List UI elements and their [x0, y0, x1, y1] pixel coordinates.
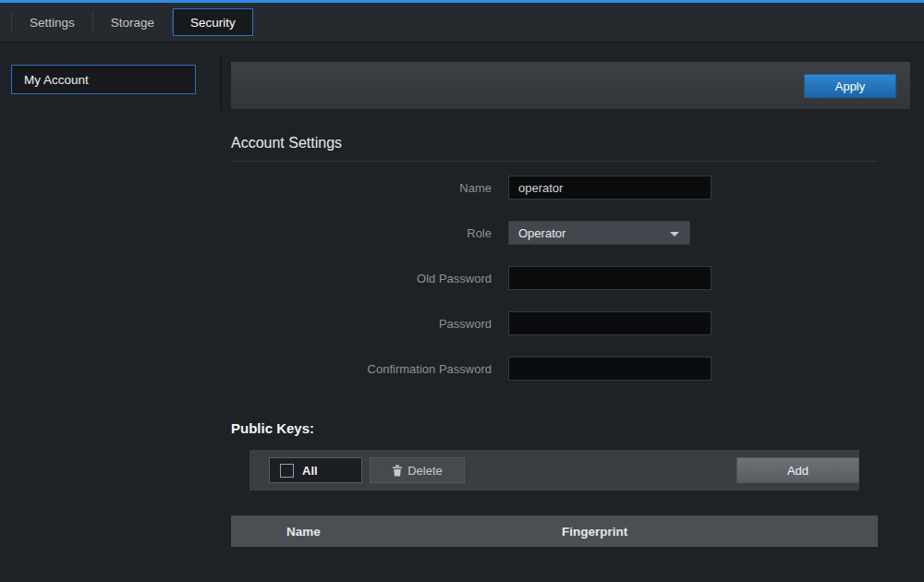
column-header-name: Name [286, 515, 321, 547]
old-password-row: Old Password [231, 266, 878, 290]
password-label: Password [231, 311, 492, 335]
select-all-button[interactable]: All [269, 457, 362, 483]
select-all-label: All [302, 464, 318, 478]
role-row: Role Operator [231, 221, 878, 245]
apply-toolbar: Apply [231, 62, 910, 109]
account-settings-title: Account Settings [231, 135, 342, 152]
chevron-down-icon [670, 232, 679, 236]
confirmation-password-label: Confirmation Password [231, 357, 492, 381]
select-all-checkbox[interactable] [280, 464, 294, 478]
tab-security[interactable]: Security [173, 8, 253, 36]
confirmation-password-row: Confirmation Password [231, 357, 878, 381]
trash-icon [392, 465, 403, 477]
public-keys-title: Public Keys: [231, 420, 314, 436]
app-window: Settings Storage Security My Account App… [0, 0, 924, 582]
tab-storage[interactable]: Storage [93, 8, 172, 36]
section-divider [231, 161, 878, 162]
old-password-label: Old Password [231, 266, 492, 290]
add-button[interactable]: Add [736, 457, 859, 483]
old-password-input[interactable] [508, 266, 711, 290]
sidebar-item-my-account[interactable]: My Account [11, 65, 196, 94]
delete-button[interactable]: Delete [370, 457, 465, 483]
name-input[interactable] [508, 176, 711, 200]
delete-label: Delete [407, 464, 443, 478]
name-label: Name [231, 176, 492, 200]
role-select[interactable]: Operator [508, 221, 690, 245]
column-header-fingerprint: Fingerprint [562, 515, 627, 547]
name-row: Name [231, 176, 878, 200]
sidebar-divider [220, 55, 222, 111]
confirmation-password-input[interactable] [508, 357, 711, 381]
password-row: Password [231, 311, 878, 335]
tab-settings[interactable]: Settings [12, 8, 92, 36]
main-tab-bar: Settings Storage Security [0, 3, 924, 42]
public-keys-toolbar: All Delete Add [249, 450, 859, 491]
password-input[interactable] [508, 311, 711, 335]
public-keys-table-header: Name Fingerprint [231, 515, 878, 547]
role-selected-value: Operator [518, 226, 565, 240]
role-label: Role [231, 221, 492, 245]
apply-button[interactable]: Apply [804, 74, 896, 98]
